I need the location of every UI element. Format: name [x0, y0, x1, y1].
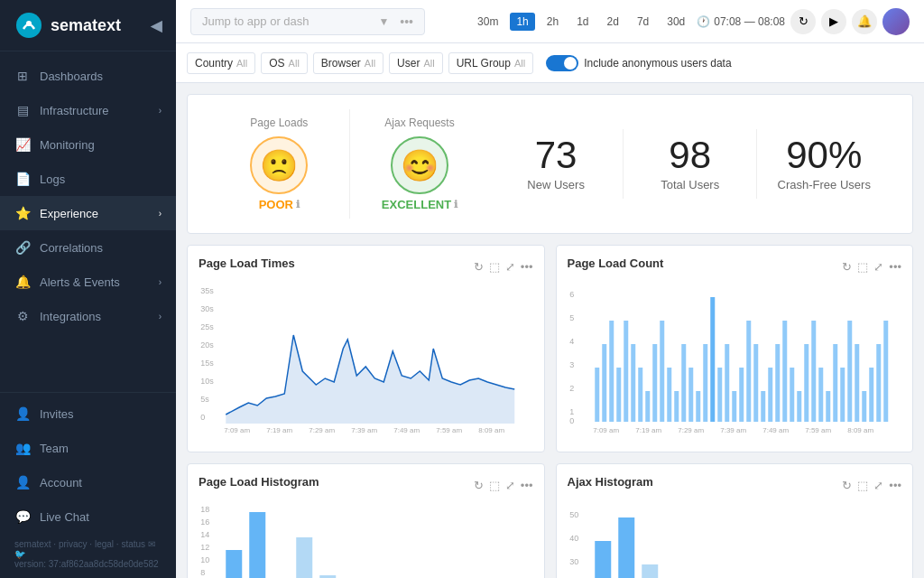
more-chart-icon[interactable]: •••	[889, 260, 901, 274]
snapshot-icon[interactable]: ⬚	[857, 260, 868, 274]
more-chart-icon[interactable]: •••	[521, 479, 533, 492]
time-btn-1d[interactable]: 1d	[570, 13, 595, 31]
svg-text:40: 40	[569, 534, 578, 543]
expand-icon[interactable]: ⤢	[873, 260, 883, 274]
refresh-chart-icon[interactable]: ↻	[842, 260, 852, 274]
account-icon: 👤	[14, 474, 31, 490]
snapshot-icon[interactable]: ⬚	[489, 479, 500, 492]
sidebar-item-team[interactable]: 👥 Team	[0, 431, 176, 465]
svg-rect-46	[746, 321, 751, 422]
expand-icon[interactable]: ⤢	[505, 260, 515, 274]
sidebar-collapse-btn[interactable]: ◀	[151, 17, 162, 34]
svg-rect-48	[761, 391, 765, 422]
sidebar-item-label: Logs	[40, 172, 162, 186]
sidebar-item-monitoring[interactable]: 📈 Monitoring	[0, 127, 176, 162]
sidebar-item-alerts[interactable]: 🔔 Alerts & Events ›	[0, 265, 176, 299]
refresh-chart-icon[interactable]: ↻	[842, 479, 852, 492]
refresh-button[interactable]: ↻	[790, 9, 816, 34]
time-btn-7d[interactable]: 7d	[631, 13, 655, 31]
svg-text:7:59 am: 7:59 am	[436, 426, 462, 434]
svg-text:3: 3	[569, 360, 574, 369]
svg-rect-63	[869, 368, 873, 422]
svg-rect-28	[616, 368, 621, 422]
dropdown-icon[interactable]: ▼	[378, 15, 389, 28]
svg-text:30s: 30s	[200, 304, 214, 313]
time-btn-1h[interactable]: 1h	[510, 13, 534, 31]
anonymous-toggle[interactable]	[546, 55, 578, 71]
expand-icon[interactable]: ⤢	[505, 479, 515, 492]
svg-rect-39	[696, 391, 700, 422]
sidebar-item-experience[interactable]: ⭐ Experience ›	[0, 196, 176, 230]
svg-text:8: 8	[200, 568, 205, 577]
page-load-count-card: Page Load Count ↻ ⬚ ⤢ ••• 6 5 4 3 2 1 0	[556, 245, 914, 452]
svg-rect-44	[732, 391, 736, 422]
svg-text:8:09 am: 8:09 am	[478, 426, 504, 434]
sidebar-item-invites[interactable]: 👤 Invites	[0, 396, 176, 431]
svg-text:30: 30	[569, 557, 578, 566]
refresh-chart-icon[interactable]: ↻	[474, 260, 484, 274]
filter-user[interactable]: User All	[389, 52, 443, 74]
svg-text:7:59 am: 7:59 am	[805, 426, 831, 434]
more-icon[interactable]: •••	[400, 14, 413, 29]
play-button[interactable]: ▶	[821, 9, 846, 34]
svg-rect-59	[840, 368, 845, 422]
page-loads-rating: POOR ℹ	[259, 198, 300, 211]
crash-free-block: 90% Crash-Free Users	[756, 129, 891, 199]
sidebar: sematext ◀ ⊞ Dashboards ▤ Infrastructure…	[0, 0, 176, 578]
avatar[interactable]	[882, 8, 910, 35]
filter-country[interactable]: Country All	[187, 52, 255, 74]
snapshot-icon[interactable]: ⬚	[489, 260, 500, 274]
svg-rect-32	[645, 391, 650, 422]
sidebar-logo-text: sematext	[51, 16, 121, 35]
more-chart-icon[interactable]: •••	[521, 260, 533, 274]
svg-text:8:09 am: 8:09 am	[847, 426, 873, 434]
total-users-block: 98 Total Users	[623, 129, 757, 199]
svg-rect-51	[782, 321, 787, 422]
sidebar-item-integrations[interactable]: ⚙ Integrations ›	[0, 299, 176, 333]
chevron-right-icon: ›	[159, 209, 162, 219]
chart-header: Page Load Histogram ↻ ⬚ ⤢ •••	[199, 475, 533, 496]
sidebar-item-dashboards[interactable]: ⊞ Dashboards	[0, 59, 176, 93]
time-btn-2h[interactable]: 2h	[541, 13, 565, 31]
sidebar-item-label: Correlations	[40, 241, 162, 255]
svg-text:0: 0	[200, 413, 205, 422]
more-chart-icon[interactable]: •••	[889, 479, 901, 492]
svg-rect-30	[631, 344, 635, 422]
notifications-button[interactable]: 🔔	[852, 9, 877, 34]
ajax-block: Ajax Requests 😊 EXCELLENT ℹ	[349, 109, 490, 219]
time-btn-30d[interactable]: 30d	[661, 13, 691, 31]
svg-rect-94	[595, 541, 611, 578]
sidebar-item-logs[interactable]: 📄 Logs	[0, 162, 176, 196]
time-btn-2d[interactable]: 2d	[601, 13, 625, 31]
sidebar-item-label: Infrastructure	[40, 104, 150, 117]
new-users-block: 73 New Users	[489, 129, 623, 199]
sidebar-item-label: Dashboards	[40, 70, 162, 83]
filter-url-group[interactable]: URL Group All	[448, 52, 533, 74]
filter-os[interactable]: OS All	[261, 52, 308, 74]
chart-actions: ↻ ⬚ ⤢ •••	[474, 260, 533, 274]
svg-rect-40	[703, 344, 707, 422]
svg-text:10: 10	[200, 555, 209, 564]
time-btn-30m[interactable]: 30m	[471, 13, 504, 31]
link-icon: 🔗	[14, 239, 31, 256]
sidebar-item-correlations[interactable]: 🔗 Correlations	[0, 230, 176, 265]
sidebar-item-infrastructure[interactable]: ▤ Infrastructure ›	[0, 93, 176, 127]
star-icon: ⭐	[14, 205, 31, 221]
sidebar-item-livechat[interactable]: 💬 Live Chat	[0, 499, 176, 534]
sidebar-nav: ⊞ Dashboards ▤ Infrastructure › 📈 Monito…	[0, 51, 176, 392]
svg-rect-26	[602, 344, 606, 422]
svg-rect-36	[674, 391, 679, 422]
sidebar-item-account[interactable]: 👤 Account	[0, 465, 176, 499]
snapshot-icon[interactable]: ⬚	[857, 479, 868, 492]
info-icon[interactable]: ℹ	[454, 199, 457, 210]
info-icon[interactable]: ℹ	[296, 199, 300, 210]
new-users-label: New Users	[527, 178, 585, 191]
svg-text:10s: 10s	[200, 377, 214, 386]
search-box[interactable]: Jump to app or dash ▼ •••	[190, 8, 425, 35]
filter-browser[interactable]: Browser All	[313, 52, 383, 74]
expand-icon[interactable]: ⤢	[873, 479, 883, 492]
bell-icon: 🔔	[14, 274, 31, 290]
sidebar-logo: sematext ◀	[0, 0, 176, 51]
refresh-chart-icon[interactable]: ↻	[474, 479, 484, 492]
svg-text:5: 5	[569, 313, 574, 322]
